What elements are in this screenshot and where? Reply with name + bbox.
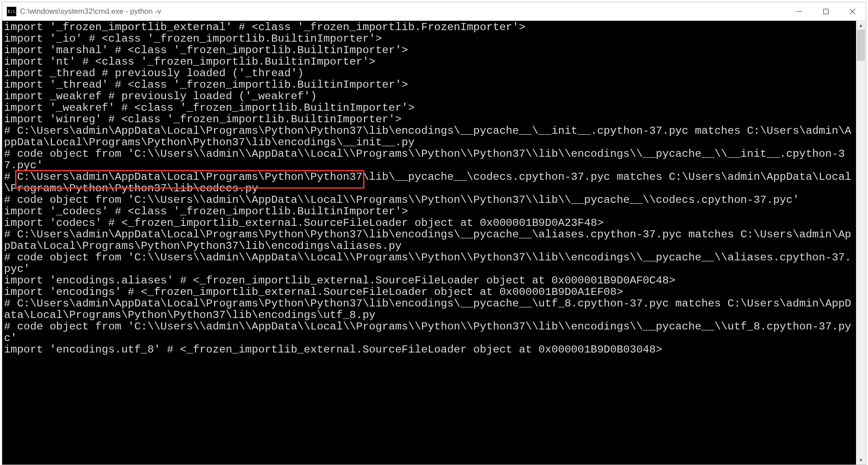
window-title: C:\windows\system32\cmd.exe - python -v [20,7,786,16]
cmd-icon: C:\ [7,7,16,16]
scroll-thumb[interactable] [857,30,865,61]
scroll-down-arrow[interactable]: ▼ [856,456,866,465]
maximize-button[interactable] [813,2,839,20]
svg-rect-1 [824,9,829,14]
window-controls [786,2,866,20]
terminal-area: import '_frozen_importlib_external' # <c… [2,21,866,465]
close-button[interactable] [839,2,866,20]
scroll-up-arrow[interactable]: ▲ [856,21,866,30]
vertical-scrollbar[interactable]: ▲ ▼ [856,21,866,465]
minimize-button[interactable] [786,2,813,20]
cmd-window: C:\ C:\windows\system32\cmd.exe - python… [2,2,866,465]
titlebar[interactable]: C:\ C:\windows\system32\cmd.exe - python… [2,2,866,21]
terminal-output[interactable]: import '_frozen_importlib_external' # <c… [2,21,856,465]
